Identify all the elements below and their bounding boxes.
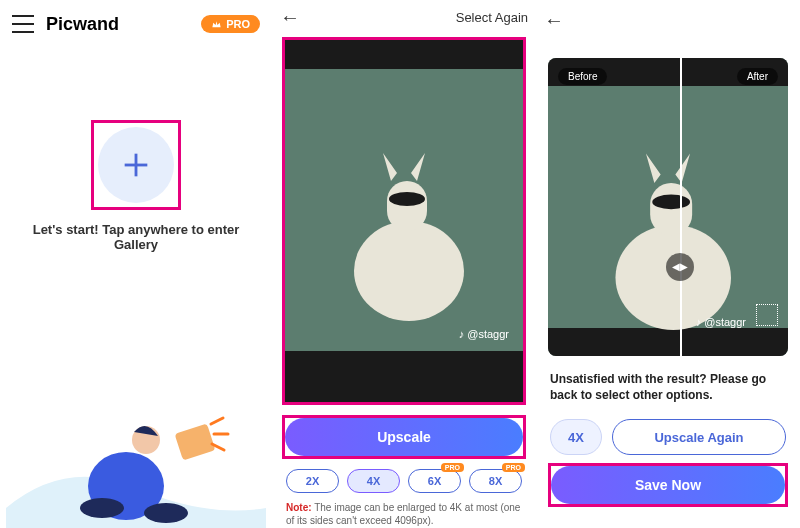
figure-illustration bbox=[339, 121, 469, 321]
watermark: ♪ @staggr bbox=[696, 316, 746, 328]
svg-point-5 bbox=[80, 498, 124, 518]
scale-6x-button[interactable]: 6XPRO bbox=[408, 469, 461, 493]
menu-icon[interactable] bbox=[12, 15, 34, 33]
scale-8x-button[interactable]: 8XPRO bbox=[469, 469, 522, 493]
save-highlight-frame: Save Now bbox=[548, 463, 788, 507]
preview-image: ♪ @staggr bbox=[285, 40, 523, 402]
svg-point-6 bbox=[144, 503, 188, 523]
after-label: After bbox=[737, 68, 778, 85]
pro-tag: PRO bbox=[502, 463, 525, 472]
compare-box: Before After ◀▶ ♪ @staggr bbox=[548, 58, 788, 356]
svg-point-7 bbox=[354, 221, 464, 321]
start-text: Let's start! Tap anywhere to enter Galle… bbox=[12, 222, 260, 252]
image-frame: ♪ @staggr bbox=[282, 37, 526, 405]
svg-point-9 bbox=[389, 192, 425, 206]
crown-icon bbox=[211, 19, 222, 30]
upscale-again-button[interactable]: Upscale Again bbox=[612, 419, 786, 455]
pro-badge[interactable]: PRO bbox=[201, 15, 260, 33]
select-again-button[interactable]: Select Again bbox=[456, 10, 528, 25]
back-icon[interactable]: ← bbox=[544, 9, 564, 32]
back-icon[interactable]: ← bbox=[280, 6, 300, 29]
watermark: ♪ @staggr bbox=[459, 328, 509, 340]
save-now-button[interactable]: Save Now bbox=[551, 466, 785, 504]
pro-tag: PRO bbox=[441, 463, 464, 472]
resize-icon[interactable] bbox=[756, 304, 778, 326]
add-highlight-frame bbox=[91, 120, 181, 210]
before-label: Before bbox=[558, 68, 607, 85]
add-button[interactable] bbox=[98, 127, 174, 203]
svg-point-12 bbox=[652, 194, 690, 209]
app-title: Picwand bbox=[46, 14, 119, 35]
plus-icon bbox=[119, 148, 153, 182]
upscale-button[interactable]: Upscale bbox=[285, 418, 523, 456]
unsatisfied-text: Unsatisfied with the result? Please go b… bbox=[550, 372, 786, 403]
compare-slider-handle[interactable]: ◀▶ bbox=[666, 253, 694, 281]
svg-rect-4 bbox=[175, 423, 216, 460]
note-text: Note: The image can be enlarged to 4K at… bbox=[286, 501, 522, 527]
scale-4x-pill[interactable]: 4X bbox=[550, 419, 602, 455]
figure-illustration bbox=[598, 120, 738, 330]
upscale-highlight-frame: Upscale bbox=[282, 415, 526, 459]
compare-divider bbox=[680, 58, 682, 356]
scale-4x-button[interactable]: 4X bbox=[347, 469, 400, 493]
scale-2x-button[interactable]: 2X bbox=[286, 469, 339, 493]
illustration bbox=[0, 368, 272, 528]
